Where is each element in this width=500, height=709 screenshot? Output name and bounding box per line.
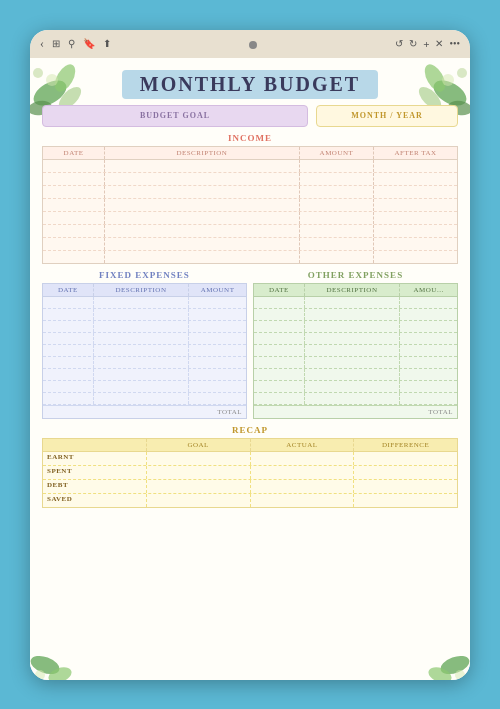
income-col-aftertax: AFTER TAX xyxy=(374,147,457,159)
svg-point-13 xyxy=(46,664,73,680)
oe-data-row[interactable] xyxy=(254,393,457,405)
income-col-date: DATE xyxy=(43,147,105,159)
top-icons-right: ↺ ↻ + ✕ ••• xyxy=(395,38,460,50)
oe-data-row[interactable] xyxy=(254,381,457,393)
income-data-row[interactable] xyxy=(43,199,457,212)
income-header-row: DATE DESCRIPTION AMOUNT AFTER TAX xyxy=(43,147,457,160)
more-icon[interactable]: ••• xyxy=(449,38,460,49)
page-content: MONTHLY BUDGET BUDGET GOAL MONTH / YEAR … xyxy=(30,58,470,520)
income-col-amount: AMOUNT xyxy=(300,147,375,159)
redo-icon[interactable]: ↻ xyxy=(409,38,417,49)
recap-row-saved[interactable]: SAVED xyxy=(43,494,457,507)
fe-data-row[interactable] xyxy=(43,297,246,309)
fixed-expenses-title: FIXED EXPENSES xyxy=(42,270,247,280)
fe-data-row[interactable] xyxy=(43,393,246,405)
recap-saved-goal[interactable] xyxy=(147,494,251,507)
recap-row-earnt[interactable]: EARNT xyxy=(43,452,457,466)
top-center-dot xyxy=(249,35,257,53)
oe-data-row[interactable] xyxy=(254,297,457,309)
oe-data-row[interactable] xyxy=(254,333,457,345)
oe-data-row[interactable] xyxy=(254,357,457,369)
page-title: MONTHLY BUDGET xyxy=(122,70,378,99)
fixed-total-label: TOTAL xyxy=(217,408,242,416)
recap-earnt-diff[interactable] xyxy=(354,452,457,465)
fe-data-row[interactable] xyxy=(43,369,246,381)
income-table: DATE DESCRIPTION AMOUNT AFTER TAX xyxy=(42,146,458,264)
undo-icon[interactable]: ↺ xyxy=(395,38,403,49)
fe-data-row[interactable] xyxy=(43,309,246,321)
fe-data-row[interactable] xyxy=(43,381,246,393)
recap-debt-diff[interactable] xyxy=(354,480,457,493)
fixed-expenses-section: FIXED EXPENSES DATE DESCRIPTION AMOUNT xyxy=(42,270,247,419)
income-data-row[interactable] xyxy=(43,173,457,186)
search-icon[interactable]: ⚲ xyxy=(68,38,75,49)
oe-data-row[interactable] xyxy=(254,321,457,333)
income-data-row[interactable] xyxy=(43,212,457,225)
top-icons-left: ‹ ⊞ ⚲ 🔖 ⬆ xyxy=(40,36,111,51)
tablet-frame: ‹ ⊞ ⚲ 🔖 ⬆ ↺ ↻ + ✕ ••• xyxy=(30,30,470,680)
income-col-desc: DESCRIPTION xyxy=(105,147,300,159)
month-year-box[interactable]: MONTH / YEAR xyxy=(316,105,458,127)
fixed-expenses-table: DATE DESCRIPTION AMOUNT xyxy=(42,283,247,419)
recap-section-title: RECAP xyxy=(42,425,458,435)
recap-label-earnt: EARNT xyxy=(43,452,147,465)
recap-earnt-actual[interactable] xyxy=(251,452,355,465)
close-icon[interactable]: ✕ xyxy=(435,38,443,49)
other-expenses-section: OTHER EXPENSES DATE DESCRIPTION AMOU... xyxy=(253,270,458,419)
recap-saved-actual[interactable] xyxy=(251,494,355,507)
income-section-title: INCOME xyxy=(42,133,458,143)
recap-header-row: GOAL ACTUAL DIFFERENCE xyxy=(43,439,457,452)
recap-spent-actual[interactable] xyxy=(251,466,355,479)
expenses-row: FIXED EXPENSES DATE DESCRIPTION AMOUNT xyxy=(42,270,458,419)
leaf-decoration-bl xyxy=(30,620,90,680)
recap-col-actual: ACTUAL xyxy=(251,439,355,451)
budget-goal-row: BUDGET GOAL MONTH / YEAR xyxy=(42,105,458,127)
recap-earnt-goal[interactable] xyxy=(147,452,251,465)
other-expenses-title: OTHER EXPENSES xyxy=(253,270,458,280)
recap-col-goal: GOAL xyxy=(147,439,251,451)
recap-row-spent[interactable]: SPENT xyxy=(43,466,457,480)
plus-icon[interactable]: + xyxy=(423,38,429,50)
fixed-header: DATE DESCRIPTION AMOUNT xyxy=(43,284,246,297)
income-data-row[interactable] xyxy=(43,238,457,251)
recap-debt-actual[interactable] xyxy=(251,480,355,493)
income-section: INCOME DATE DESCRIPTION AMOUNT AFTER TAX xyxy=(42,133,458,264)
other-total-label: TOTAL xyxy=(428,408,453,416)
income-data-row[interactable] xyxy=(43,160,457,173)
recap-saved-diff[interactable] xyxy=(354,494,457,507)
income-data-row[interactable] xyxy=(43,225,457,238)
recap-label-debt: DEBT xyxy=(43,480,147,493)
other-total-row: TOTAL xyxy=(254,405,457,418)
oe-data-row[interactable] xyxy=(254,345,457,357)
recap-debt-goal[interactable] xyxy=(147,480,251,493)
recap-section-wrapper: RECAP GOAL ACTUAL DIFFERENCE EARNT xyxy=(42,425,458,508)
recap-row-debt[interactable]: DEBT xyxy=(43,480,457,494)
share-icon[interactable]: ⬆ xyxy=(103,38,111,49)
income-data-row[interactable] xyxy=(43,186,457,199)
page-title-area: MONTHLY BUDGET xyxy=(42,70,458,99)
recap-col-diff: DIFFERENCE xyxy=(354,439,457,451)
svg-point-15 xyxy=(438,652,470,677)
budget-goal-box[interactable]: BUDGET GOAL xyxy=(42,105,308,127)
recap-spent-diff[interactable] xyxy=(354,466,457,479)
svg-point-14 xyxy=(35,670,45,680)
fe-data-row[interactable] xyxy=(43,321,246,333)
oe-col-date: DATE xyxy=(254,284,305,296)
fe-data-row[interactable] xyxy=(43,333,246,345)
month-year-label: MONTH / YEAR xyxy=(351,111,423,120)
bookmark-icon[interactable]: 🔖 xyxy=(83,38,95,49)
fe-data-row[interactable] xyxy=(43,357,246,369)
back-icon[interactable]: ‹ xyxy=(40,36,44,51)
recap-table: GOAL ACTUAL DIFFERENCE EARNT SPENT xyxy=(42,438,458,508)
fe-col-desc: DESCRIPTION xyxy=(94,284,189,296)
fe-col-date: DATE xyxy=(43,284,94,296)
other-header: DATE DESCRIPTION AMOU... xyxy=(254,284,457,297)
oe-data-row[interactable] xyxy=(254,309,457,321)
income-data-row[interactable] xyxy=(43,251,457,263)
oe-data-row[interactable] xyxy=(254,369,457,381)
grid-icon[interactable]: ⊞ xyxy=(52,38,60,49)
leaf-decoration-br xyxy=(410,620,470,680)
fe-data-row[interactable] xyxy=(43,345,246,357)
recap-spent-goal[interactable] xyxy=(147,466,251,479)
svg-point-17 xyxy=(455,670,465,680)
